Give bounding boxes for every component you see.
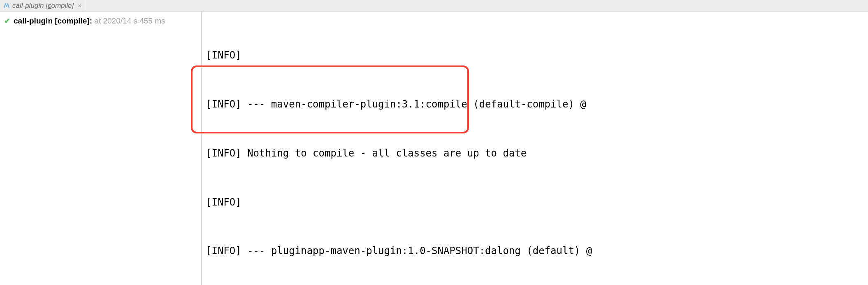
tab-label: call-plugin [compile] xyxy=(12,2,74,10)
console-line: [INFO] Nothing to compile - all classes … xyxy=(206,145,868,162)
tab-bar: call-plugin [compile] × xyxy=(0,0,868,12)
sidebar: ✔ call-plugin [compile]: at 2020/14 s 45… xyxy=(0,12,202,285)
status-meta: at 2020/14 s 455 ms xyxy=(94,16,165,25)
console-line: [INFO] xyxy=(206,47,868,64)
console-line: [INFO] --- pluginapp-maven-plugin:1.0-SN… xyxy=(206,243,868,259)
tab-run-config[interactable]: call-plugin [compile] × xyxy=(0,0,85,11)
maven-icon xyxy=(3,2,10,9)
console-line: [INFO] --- maven-compiler-plugin:3.1:com… xyxy=(206,96,868,113)
build-status-row[interactable]: ✔ call-plugin [compile]: at 2020/14 s 45… xyxy=(4,16,197,26)
console-output[interactable]: [INFO] [INFO] --- maven-compiler-plugin:… xyxy=(202,12,868,285)
console-line: [INFO] xyxy=(206,194,868,211)
close-icon[interactable]: × xyxy=(78,2,81,9)
check-icon: ✔ xyxy=(4,16,10,26)
main-area: ✔ call-plugin [compile]: at 2020/14 s 45… xyxy=(0,12,868,285)
status-name: call-plugin [compile]: xyxy=(14,16,92,25)
